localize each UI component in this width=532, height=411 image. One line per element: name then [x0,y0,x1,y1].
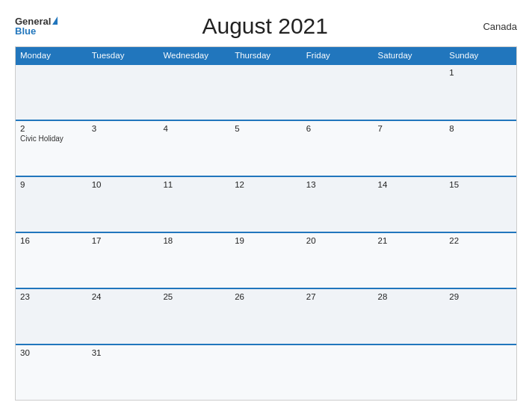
calendar-cell-4-6: 29 [445,289,516,344]
calendar-cell-3-0: 16 [16,233,87,288]
day-number: 19 [235,236,297,245]
day-number: 13 [306,180,369,189]
calendar-cell-1-6: 8 [445,121,516,176]
calendar-cell-3-4: 20 [302,233,374,288]
calendar: MondayTuesdayWednesdayThursdayFridaySatu… [15,46,517,401]
calendar-row-1: 2Civic Holiday345678 [16,120,516,176]
day-number: 24 [92,292,155,301]
calendar-cell-4-4: 27 [302,289,374,344]
header-day-tuesday: Tuesday [87,47,159,64]
calendar-cell-4-3: 26 [230,289,302,344]
calendar-cell-4-0: 23 [16,289,87,344]
day-number: 18 [163,236,226,245]
day-number: 15 [449,180,512,189]
logo-triangle-icon [52,16,58,25]
day-number: 27 [306,292,369,301]
day-number: 26 [235,292,297,301]
calendar-cell-4-1: 24 [87,289,159,344]
calendar-cell-5-3 [230,345,302,400]
calendar-cell-5-4 [302,345,374,400]
day-number: 22 [449,236,512,245]
day-number: 30 [20,348,83,357]
day-number: 31 [92,348,155,357]
calendar-cell-0-0 [16,65,87,120]
calendar-row-4: 23242526272829 [16,288,516,344]
header-day-monday: Monday [16,47,87,64]
day-number: 21 [378,236,441,245]
calendar-cell-3-6: 22 [445,233,516,288]
calendar-cell-2-5: 14 [374,177,445,232]
calendar-cell-2-1: 10 [87,177,159,232]
day-number: 17 [92,236,155,245]
calendar-cell-1-2: 4 [158,121,230,176]
logo: General Blue [15,16,58,36]
header-day-saturday: Saturday [374,47,445,64]
header: General Blue August 2021 Canada [15,13,517,39]
calendar-cell-2-3: 12 [230,177,302,232]
calendar-row-3: 16171819202122 [16,232,516,288]
header-day-friday: Friday [302,47,374,64]
calendar-cell-3-2: 18 [158,233,230,288]
calendar-cell-5-0: 30 [16,345,87,400]
header-day-wednesday: Wednesday [158,47,230,64]
day-number: 11 [163,180,226,189]
day-number: 29 [449,292,512,301]
day-number: 10 [92,180,155,189]
calendar-cell-1-1: 3 [87,121,159,176]
day-number: 4 [163,124,226,133]
calendar-cell-3-1: 17 [87,233,159,288]
calendar-cell-4-5: 28 [374,289,445,344]
calendar-cell-0-2 [158,65,230,120]
day-number: 7 [378,124,441,133]
calendar-row-5: 3031 [16,344,516,400]
calendar-cell-5-1: 31 [87,345,159,400]
calendar-cell-0-5 [374,65,445,120]
calendar-cell-3-3: 19 [230,233,302,288]
calendar-row-2: 9101112131415 [16,176,516,232]
calendar-body: 12Civic Holiday3456789101112131415161718… [16,64,516,400]
country-label: Canada [472,21,517,32]
day-number: 2 [20,124,83,133]
calendar-cell-0-4 [302,65,374,120]
calendar-row-0: 1 [16,64,516,120]
day-number: 28 [378,292,441,301]
calendar-cell-5-5 [374,345,445,400]
day-number: 16 [20,236,83,245]
calendar-cell-4-2: 25 [158,289,230,344]
day-number: 20 [306,236,369,245]
header-day-thursday: Thursday [230,47,302,64]
calendar-cell-0-1 [87,65,159,120]
day-number: 3 [92,124,155,133]
day-number: 5 [235,124,297,133]
calendar-cell-2-2: 11 [158,177,230,232]
day-number: 25 [163,292,226,301]
calendar-cell-2-4: 13 [302,177,374,232]
day-number: 14 [378,180,441,189]
calendar-cell-3-5: 21 [374,233,445,288]
calendar-cell-5-2 [158,345,230,400]
header-day-sunday: Sunday [445,47,516,64]
logo-blue-text: Blue [15,26,36,36]
day-number: 23 [20,292,83,301]
calendar-cell-5-6 [445,345,516,400]
page: General Blue August 2021 Canada MondayTu… [0,0,532,411]
month-title: August 2021 [58,13,472,39]
calendar-cell-2-0: 9 [16,177,87,232]
day-event: Civic Holiday [20,135,83,143]
day-number: 9 [20,180,83,189]
calendar-cell-1-4: 6 [302,121,374,176]
calendar-cell-0-3 [230,65,302,120]
day-number: 8 [449,124,512,133]
calendar-cell-1-5: 7 [374,121,445,176]
day-number: 1 [449,68,512,77]
calendar-cell-1-0: 2Civic Holiday [16,121,87,176]
calendar-cell-0-6: 1 [445,65,516,120]
day-number: 6 [306,124,369,133]
calendar-cell-2-6: 15 [445,177,516,232]
day-number: 12 [235,180,297,189]
calendar-header: MondayTuesdayWednesdayThursdayFridaySatu… [16,47,516,64]
calendar-cell-1-3: 5 [230,121,302,176]
